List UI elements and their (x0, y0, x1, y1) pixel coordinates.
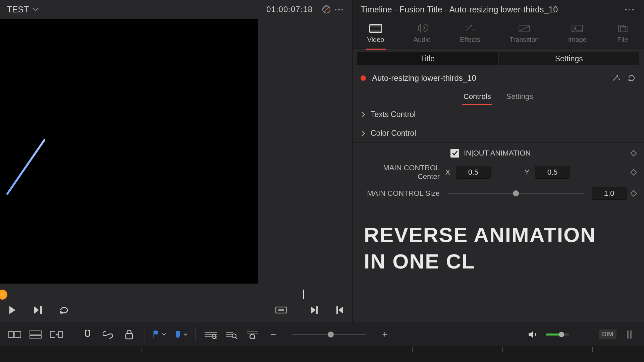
flag-icon (152, 330, 160, 339)
zoom-slider-knob[interactable] (328, 331, 334, 338)
go-to-prev-button[interactable] (333, 303, 347, 317)
zoom-detail-icon[interactable] (224, 326, 240, 343)
audio-icon (415, 24, 429, 33)
size-label: MAIN CONTROL Size (361, 189, 440, 198)
inspector-header: Timeline - Fusion Title - Auto-resizing … (353, 0, 644, 19)
node-status-dot[interactable] (361, 75, 366, 81)
open-fusion-icon[interactable] (612, 74, 621, 82)
zoom-out-icon[interactable]: − (265, 326, 281, 343)
svg-rect-12 (30, 331, 41, 334)
zoom-custom-icon[interactable] (245, 326, 261, 343)
viewer-header: TEST 01:00:07:18 (0, 0, 352, 19)
timeline-view-options-icon[interactable] (7, 326, 23, 343)
zoom-slider[interactable] (292, 334, 366, 335)
mute-icon[interactable] (525, 326, 541, 343)
svg-rect-14 (50, 331, 55, 338)
chevron-down-icon (183, 333, 188, 336)
inout-animation-checkbox[interactable] (450, 149, 459, 158)
size-slider[interactable] (448, 193, 584, 194)
loop-button[interactable] (57, 303, 72, 317)
image-icon (571, 24, 584, 33)
link-icon[interactable] (100, 326, 116, 343)
zoom-full-icon[interactable] (203, 326, 219, 343)
viewer-scrub-bar[interactable] (0, 291, 352, 298)
reset-icon[interactable] (627, 74, 636, 82)
viewer-options-menu[interactable] (332, 9, 345, 10)
center-y-field[interactable]: 0.5 (535, 166, 570, 179)
inout-animation-label: IN|OUT ANIMATION (464, 149, 531, 158)
stacked-timeline-icon[interactable] (28, 326, 44, 343)
keyframe-diamond-size[interactable] (630, 190, 637, 197)
timeline-ruler[interactable] (0, 347, 644, 362)
marker-icon (174, 330, 181, 339)
svg-rect-16 (126, 334, 132, 339)
tab-effects[interactable]: Effects (456, 21, 484, 46)
subtab-title[interactable]: Title (357, 52, 498, 65)
inspector-options-menu[interactable] (623, 9, 636, 10)
chevron-right-icon (361, 111, 366, 118)
transport-controls (0, 298, 352, 322)
inspector-subtabs: Title Settings (353, 49, 644, 68)
zoom-in-icon[interactable]: + (377, 326, 393, 343)
svg-point-19 (250, 334, 255, 339)
svg-line-1 (7, 140, 44, 194)
clip-dropdown-chevron[interactable] (32, 7, 39, 12)
transition-icon (518, 24, 531, 33)
minitab-settings[interactable]: Settings (505, 90, 535, 103)
video-icon (369, 24, 382, 33)
lock-icon[interactable] (121, 326, 137, 343)
svg-rect-5 (370, 24, 382, 26)
tab-image[interactable]: Image (564, 21, 591, 46)
overlay-caption: REVERSE ANIMATION IN ONE CL (353, 208, 644, 288)
x-axis-label: X (444, 168, 451, 177)
preview-line-graphic (4, 137, 48, 197)
svg-rect-3 (278, 309, 284, 311)
effects-icon (464, 24, 477, 33)
snap-icon[interactable] (79, 326, 96, 343)
bypass-color-icon[interactable] (321, 4, 332, 15)
tab-transition[interactable]: Transition (505, 21, 543, 46)
tab-audio[interactable]: Audio (410, 21, 435, 46)
volume-knob[interactable] (559, 332, 564, 337)
inspector-title: Timeline - Fusion Title - Auto-resizing … (361, 5, 558, 14)
scrub-playhead[interactable] (303, 290, 304, 299)
main-controls: IN|OUT ANIMATION MAIN CONTROL Center X 0… (353, 143, 644, 208)
keyframe-diamond-anim[interactable] (630, 150, 637, 157)
svg-rect-20 (627, 330, 629, 339)
keyframe-diamond-center[interactable] (630, 169, 637, 176)
meters-icon[interactable] (621, 326, 637, 343)
tab-video[interactable]: Video (363, 21, 388, 46)
go-to-next-button[interactable] (307, 303, 321, 317)
dim-button[interactable]: DIM (599, 329, 616, 339)
viewer-canvas-area[interactable] (0, 19, 352, 291)
next-frame-button[interactable] (31, 303, 46, 317)
svg-rect-11 (15, 331, 21, 338)
svg-rect-21 (630, 330, 632, 339)
flag-dropdown[interactable] (152, 330, 166, 339)
volume-slider[interactable] (546, 334, 569, 336)
match-frame-button[interactable] (274, 303, 288, 317)
marker-dropdown[interactable] (174, 330, 188, 339)
minitab-controls[interactable]: Controls (462, 90, 492, 103)
section-texts-control[interactable]: Texts Control (353, 105, 644, 124)
svg-rect-10 (9, 331, 13, 338)
clip-name-label[interactable]: TEST (7, 4, 29, 15)
tab-file[interactable]: File (612, 21, 633, 46)
viewer-timecode[interactable]: 01:00:07:18 (266, 5, 313, 14)
play-button[interactable] (5, 303, 19, 317)
size-slider-knob[interactable] (513, 190, 519, 196)
timeline-toolbar: − + DIM (0, 322, 644, 347)
center-x-field[interactable]: 0.5 (456, 166, 491, 179)
subtab-settings[interactable]: Settings (499, 52, 640, 65)
sync-bin-icon[interactable] (48, 326, 64, 343)
inspector-pane: Timeline - Fusion Title - Auto-resizing … (352, 0, 644, 322)
viewer-canvas[interactable] (0, 19, 258, 284)
size-field[interactable]: 1.0 (592, 187, 627, 200)
y-axis-label: Y (524, 168, 530, 177)
svg-rect-15 (58, 331, 62, 338)
section-color-control[interactable]: Color Control (353, 124, 644, 143)
chevron-right-icon (361, 130, 366, 137)
node-name-label: Auto-resizing lower-thirds_10 (372, 73, 476, 83)
node-header: Auto-resizing lower-thirds_10 (353, 68, 644, 88)
svg-rect-13 (30, 336, 41, 338)
